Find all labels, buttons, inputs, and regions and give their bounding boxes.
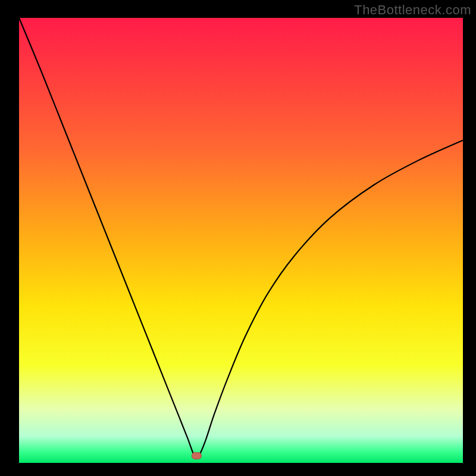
watermark-text: TheBottleneck.com xyxy=(354,2,471,18)
optimum-marker xyxy=(192,453,201,459)
bottleneck-chart: TheBottleneck.com xyxy=(0,0,476,476)
chart-svg xyxy=(0,0,476,476)
plot-background xyxy=(19,18,463,463)
